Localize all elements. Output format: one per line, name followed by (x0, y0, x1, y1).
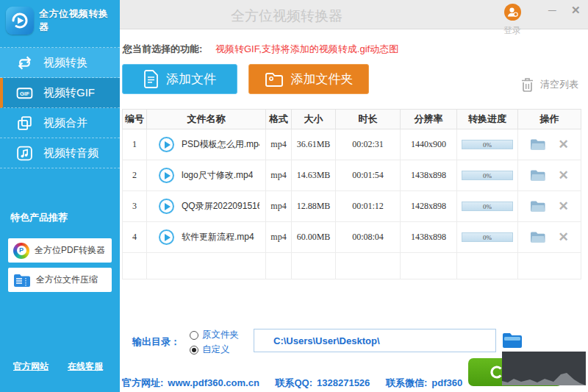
website-url: www.pdf360.com.cn (168, 377, 259, 388)
add-folder-button[interactable]: 添加文件夹 (248, 64, 369, 94)
product-label: 全方位PDF转换器 (35, 244, 105, 257)
file-format: mp4 (266, 222, 292, 253)
file-size: 60.00MB (292, 222, 336, 253)
wechat-label: 联系微信: (386, 377, 427, 388)
login-user-icon (504, 4, 521, 21)
col-progress: 转换进度 (457, 110, 518, 129)
remove-file-icon[interactable]: ✕ (558, 138, 568, 151)
add-file-label: 添加文件 (166, 71, 216, 88)
sidebar-item-video-to-gif[interactable]: GIF 视频转GIF (0, 78, 120, 108)
sidebar: 全方位视频转换器 视频转换 GIF 视频转GIF 视频合并 (0, 0, 120, 392)
svg-text:GIF: GIF (20, 90, 29, 97)
play-button[interactable] (159, 168, 174, 183)
sidebar-menu: 视频转换 GIF 视频转GIF 视频合并 视频转音频 (0, 47, 120, 168)
table-row: 2 logo尺寸修改.mp4 mp4 14.63MB 00:01:54 1438… (123, 160, 581, 191)
col-filename: 文件名称 (147, 110, 266, 129)
sidebar-item-label: 视频转换 (43, 56, 87, 70)
website-label: 官方网址: (122, 377, 163, 388)
add-file-button[interactable]: 添加文件 (122, 64, 237, 94)
table-empty-row (123, 253, 581, 279)
sidebar-item-label: 视频转GIF (43, 86, 95, 100)
file-format: mp4 (266, 160, 292, 191)
app-logo: 全方位视频转换器 (0, 0, 120, 40)
sidebar-links: 官方网站 在线客服 (13, 360, 109, 373)
play-button[interactable] (159, 199, 174, 214)
radio-original-folder[interactable]: 原文件夹 (186, 329, 239, 341)
row-no: 4 (123, 222, 147, 253)
output-path-input[interactable] (254, 329, 496, 352)
table-row: 3 QQ录屏20220915163414.mp4 mp4 12.88MB 00:… (123, 191, 581, 222)
radio-icon (190, 346, 198, 354)
remove-file-icon[interactable]: ✕ (558, 200, 568, 213)
row-no: 1 (123, 129, 147, 160)
file-duration: 00:01:12 (336, 191, 401, 222)
open-folder-icon[interactable] (530, 169, 546, 182)
play-button[interactable] (159, 137, 174, 152)
file-name: PSD模板怎么用.mp4 (182, 138, 259, 151)
clear-list-label: 清空列表 (540, 78, 578, 91)
radio-icon (190, 331, 198, 340)
file-duration: 00:01:54 (336, 160, 401, 191)
remove-file-icon[interactable]: ✕ (558, 231, 568, 243)
function-prefix: 您当前选择的功能: (123, 43, 202, 54)
close-button[interactable]: ✕ (571, 4, 581, 16)
recommend-title: 特色产品推荐 (10, 211, 68, 224)
sidebar-item-video-to-audio[interactable]: 视频转音频 (0, 138, 120, 168)
file-compress-button[interactable]: 全方位文件压缩 (8, 268, 112, 292)
product-label: 全方位文件压缩 (36, 274, 98, 286)
browse-folder-button[interactable] (501, 330, 523, 353)
sidebar-item-video-convert[interactable]: 视频转换 (0, 48, 120, 78)
open-folder-icon[interactable] (530, 138, 546, 151)
col-duration: 时长 (336, 110, 401, 129)
file-resolution: 1440x900 (401, 129, 457, 160)
app-logo-icon (6, 7, 34, 35)
output-dir-label: 输出目录： (132, 335, 180, 349)
file-size: 36.61MB (292, 129, 336, 160)
file-duration: 00:02:31 (336, 129, 401, 160)
sidebar-item-label: 视频转音频 (43, 146, 98, 160)
open-folder-icon[interactable] (530, 231, 546, 243)
table-row: 1 PSD模板怎么用.mp4 mp4 36.61MB 00:02:31 1440… (123, 129, 581, 160)
browse-folder-icon (501, 330, 523, 350)
file-resolution: 1428x898 (401, 191, 457, 222)
official-site-link[interactable]: 官方网站 (13, 360, 49, 373)
progress-bar: 0% (462, 171, 513, 180)
online-support-link[interactable]: 在线客服 (68, 360, 103, 373)
login-button[interactable]: 登录 (501, 4, 523, 37)
file-duration: 00:08:04 (336, 222, 401, 253)
file-name: QQ录屏20220915163414.mp4 (182, 200, 259, 213)
col-resolution: 分辨率 (401, 110, 457, 129)
remove-file-icon[interactable]: ✕ (558, 169, 568, 182)
music-note-icon (15, 144, 34, 163)
progress-bar: 0% (462, 232, 513, 242)
file-format: mp4 (266, 129, 292, 160)
folder-icon (265, 71, 284, 88)
col-actions: 操作 (518, 110, 581, 129)
pdf-converter-icon: P (13, 243, 29, 259)
file-table: 编号 文件名称 格式 大小 时长 分辨率 转换进度 操作 1 PSD模板怎么用.… (122, 109, 581, 279)
sidebar-item-label: 视频合并 (43, 116, 87, 130)
col-no: 编号 (123, 110, 147, 129)
loop-icon (15, 54, 34, 72)
mountain-silhouette (502, 352, 586, 385)
file-resolution: 1438x898 (401, 160, 457, 191)
sidebar-item-video-merge[interactable]: 视频合并 (0, 108, 120, 138)
clear-list-button[interactable]: 清空列表 (521, 77, 578, 92)
qq-number: 1328271526 (317, 377, 370, 388)
file-size: 12.88MB (292, 191, 336, 222)
play-button[interactable] (159, 229, 174, 245)
function-bar: 您当前选择的功能: 视频转GIF,支持将添加的视频转成.gif动态图 (123, 43, 398, 56)
pdf-converter-button[interactable]: P 全方位PDF转换器 (8, 238, 112, 263)
col-format: 格式 (266, 110, 292, 129)
progress-bar: 0% (462, 202, 513, 211)
minimize-button[interactable]: ─ (548, 4, 556, 16)
open-folder-icon[interactable] (530, 200, 546, 213)
radio-label: 原文件夹 (202, 329, 239, 341)
file-name: logo尺寸修改.mp4 (182, 169, 253, 182)
gif-icon: GIF (15, 84, 34, 102)
table-header-row: 编号 文件名称 格式 大小 时长 分辨率 转换进度 操作 (123, 110, 581, 129)
dark-overlay-artifact (502, 352, 586, 385)
file-name: 软件更新流程.mp4 (182, 231, 254, 243)
radio-custom[interactable]: 自定义 (186, 343, 230, 356)
qq-label: 联系QQ: (275, 377, 312, 388)
